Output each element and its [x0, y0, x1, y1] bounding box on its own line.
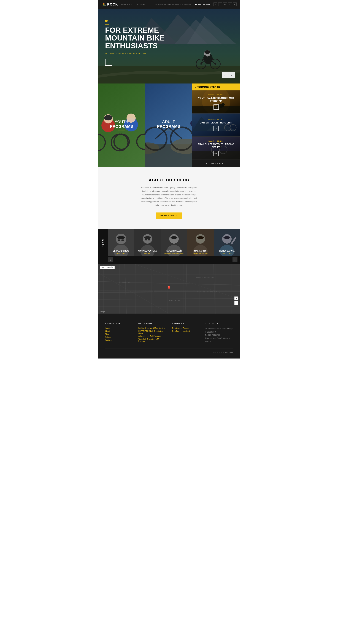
- googleplus-icon[interactable]: G: [223, 2, 227, 6]
- map-btn-satellite[interactable]: Satellite: [106, 266, 114, 269]
- team-member-content-0: BERNARD SHOW Head Coach: [108, 229, 134, 256]
- map-label-sunset: SUNSET PARK: [119, 281, 131, 283]
- see-all-events-link[interactable]: SEE ALL EVENTS →: [206, 163, 226, 165]
- header-address: 28 Jackson Blvd Ste 1020 Chicago IL 6060…: [155, 4, 191, 5]
- logo-subtitle: MOUNTAIN CYCLING CLUB: [121, 4, 145, 5]
- header-social: f t G ◻ ✉: [214, 2, 236, 6]
- footer-nav-about[interactable]: About: [105, 330, 133, 332]
- about-text: Welcome to the Rock Mountain Cycling Clu…: [141, 186, 198, 207]
- event-title-2: 2016 LITTLE CRITTERS CRIT: [200, 121, 232, 124]
- events-header: UPCOMING EVENTS: [192, 84, 240, 90]
- youth-programs-title: YOUTHPROGRAMS: [110, 120, 133, 129]
- footer-nav-gallery[interactable]: Gallery: [105, 336, 133, 338]
- event-title-1: YOUTH FALL REVOLUTION MTB PROGRAM: [195, 97, 238, 103]
- team-member-content-1: MICHAEL VENTURA Mechanic: [134, 229, 161, 256]
- event-arrow-btn-1[interactable]: →: [214, 104, 219, 110]
- event-arrow-btn-3[interactable]: →: [214, 151, 219, 156]
- footer-contacts-title: CONTACTS: [205, 322, 233, 324]
- team-member-1[interactable]: MICHAEL VENTURA Mechanic: [134, 229, 161, 256]
- youth-programs-card[interactable]: YOUTHPROGRAMS: [98, 84, 145, 167]
- team-name-3: MAX HARRIS: [189, 250, 212, 252]
- team-name-1: MICHAEL VENTURA: [136, 250, 159, 252]
- map-zoom-in[interactable]: +: [234, 296, 238, 300]
- map-zoom-out[interactable]: −: [234, 301, 238, 305]
- logo-icon: 🚴: [102, 2, 106, 6]
- footer-prog-1[interactable]: FREERIDERS Fall Registration Open: [138, 330, 166, 334]
- footer-members-1[interactable]: Rock Parent Handbook: [172, 330, 200, 332]
- map-google-label: Google: [100, 311, 105, 313]
- youth-programs-content: YOUTHPROGRAMS: [98, 84, 145, 167]
- hero-content: 01 FOR EXTREME MOUNTAIN BIKE ENTHUSIASTS…: [98, 9, 176, 76]
- map-btn-map[interactable]: Map: [100, 266, 106, 269]
- footer-contacts-hours: 7 Days a week from 9:00 am to 7:00 pm.: [205, 337, 233, 343]
- footer-prog-0[interactable]: Fat Bike Program & More for 2016: [138, 327, 166, 329]
- footer-bottom: Rock © 2016. Privacy Policy: [105, 348, 233, 353]
- footer-members-0[interactable]: Rock Code of Conduct: [172, 327, 200, 329]
- team-member-0[interactable]: BERNARD SHOW Head Coach: [108, 229, 134, 256]
- footer-privacy-link[interactable]: Privacy Policy: [223, 352, 233, 353]
- about-section: ABOUT OUR CLUB Welcome to the Rock Mount…: [98, 167, 240, 229]
- event-item-1[interactable]: December 05, 2016 YOUTH FALL REVOLUTION …: [192, 90, 240, 114]
- read-more-button[interactable]: READ MORE →: [156, 212, 182, 219]
- svg-line-86: [185, 264, 187, 314]
- footer-contacts-col: CONTACTS 28 Jackson Blvd Ste 1020 Chicag…: [205, 322, 233, 343]
- adult-programs-title: ADULTPROGRAMS: [157, 120, 180, 129]
- site-footer: NAVIGATION Home About Blog Gallery Conta…: [98, 314, 240, 358]
- map-label-kensington: KENSINGTON: [169, 300, 180, 301]
- footer-nav-title: NAVIGATION: [105, 322, 133, 324]
- footer-programs-title: PROGRAMS: [138, 322, 166, 324]
- logo-text: ROCK: [107, 3, 118, 6]
- adult-programs-card[interactable]: ADULTPROGRAMS: [145, 84, 192, 167]
- hero-subtitle: FAT BIKE PROGRAM & MORE FOR 2016: [105, 52, 169, 54]
- footer-members-title: MEMBERS: [172, 322, 200, 324]
- programs-events-row: YOUTHPROGRAMS: [98, 84, 240, 167]
- adult-programs-line: [165, 130, 172, 131]
- twitter-icon[interactable]: t: [218, 2, 222, 6]
- hero-prev-button[interactable]: ‹: [222, 72, 228, 78]
- email-icon[interactable]: ✉: [233, 2, 236, 6]
- logo[interactable]: 🚴 ROCK MOUNTAIN CYCLING CLUB: [102, 2, 145, 6]
- instagram-icon[interactable]: ◻: [228, 2, 232, 6]
- hero-next-button[interactable]: ›: [228, 72, 235, 78]
- team-member-4[interactable]: SIDNEY GARCIA Junior Coach: [214, 229, 240, 256]
- event-date-1: December 05, 2016: [208, 94, 224, 96]
- team-role-1: Mechanic: [136, 252, 159, 254]
- team-member-2[interactable]: TAYLOR MILLER Customer Service Manager: [161, 229, 187, 256]
- team-prev-button[interactable]: ‹: [108, 258, 113, 262]
- team-label: TEAM: [102, 239, 104, 246]
- hero-navigation: ‹ ›: [222, 72, 235, 78]
- footer-prog-2[interactable]: Join us for our Fall Programs: [138, 335, 166, 337]
- event-content-3: December 25, 2016 TRAILBLAZERS YOUTH RAC…: [192, 136, 240, 160]
- footer-nav-blog[interactable]: Blog: [105, 333, 133, 335]
- hero-number: 01: [105, 20, 109, 24]
- svg-line-85: [151, 264, 155, 314]
- svg-line-87: [214, 264, 215, 314]
- team-next-button[interactable]: ›: [232, 258, 238, 262]
- site-header: 🚴 ROCK MOUNTAIN CYCLING CLUB 28 Jackson …: [98, 0, 240, 9]
- footer-prog-3[interactable]: Youth Fall Revolution MTB Program: [138, 338, 166, 342]
- event-item-2[interactable]: December 17, 2016 2016 LITTLE CRITTERS C…: [192, 114, 240, 136]
- team-member-content-4: SIDNEY GARCIA Junior Coach: [214, 229, 240, 256]
- team-section: TEAM BERNARD SHOW: [98, 229, 240, 264]
- event-content-1: December 05, 2016 YOUTH FALL REVOLUTION …: [192, 90, 240, 113]
- team-role-2: Customer Service Manager: [162, 252, 186, 254]
- event-arrow-btn-2[interactable]: →: [214, 126, 219, 131]
- team-member-3[interactable]: COBRA9 MAX HARRIS Bike Fitting Specialis…: [187, 229, 214, 256]
- team-name-0: BERNARD SHOW: [110, 250, 132, 252]
- hero-cta-button[interactable]: →: [105, 59, 112, 66]
- svg-line-83: [98, 298, 240, 299]
- programs-cards: YOUTHPROGRAMS: [98, 84, 192, 167]
- events-panel: UPCOMING EVENTS: [192, 84, 240, 167]
- team-carousel: BERNARD SHOW Head Coach: [108, 229, 240, 256]
- team-role-0: Head Coach: [110, 252, 132, 254]
- hero-section: 01 FOR EXTREME MOUNTAIN BIKE ENTHUSIASTS…: [98, 9, 240, 84]
- map-section: Map Satellite SUNSET PARK PROSPECT PARK …: [98, 264, 240, 314]
- team-member-content-2: TAYLOR MILLER Customer Service Manager: [161, 229, 187, 256]
- event-title-3: TRAILBLAZERS YOUTH RACING SERIES: [195, 143, 238, 149]
- footer-nav-home[interactable]: Home: [105, 327, 133, 329]
- footer-nav-contacts[interactable]: Contacts: [105, 339, 133, 341]
- event-item-3[interactable]: December 25, 2016 TRAILBLAZERS YOUTH RAC…: [192, 136, 240, 160]
- footer-contacts-address: 28 Jackson Blvd Ste 1020 Chicago IL 6060…: [205, 327, 233, 334]
- youth-programs-line: [118, 130, 125, 131]
- facebook-icon[interactable]: f: [214, 2, 218, 6]
